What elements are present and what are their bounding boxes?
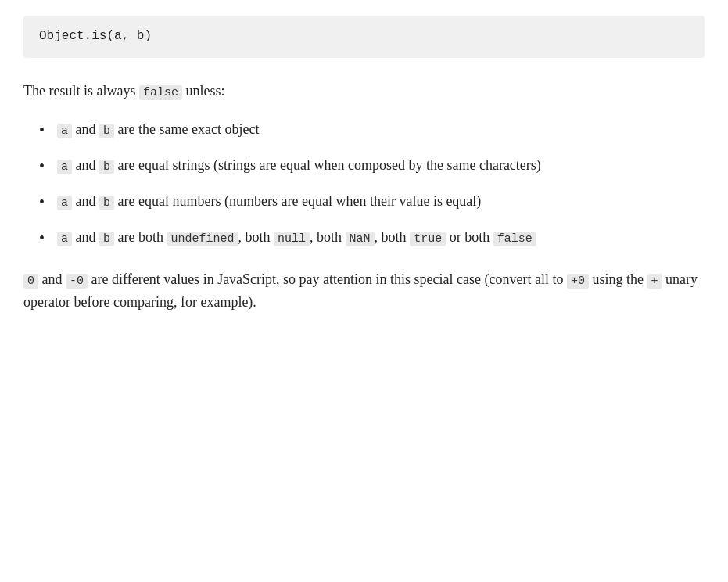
list-item: a and b are equal strings (strings are e…: [23, 154, 705, 178]
inline-text: are equal strings (strings are equal whe…: [114, 157, 541, 173]
inline-text: and: [38, 271, 66, 287]
inline-text: and: [72, 157, 99, 173]
inline-text: , both: [375, 229, 411, 245]
inline-code: null: [274, 232, 310, 246]
code-block: Object.is(a, b): [23, 16, 705, 58]
inline-text: and: [72, 229, 99, 245]
inline-code: a: [57, 232, 72, 246]
list-item-content: a and b are equal numbers (numbers are e…: [57, 190, 705, 213]
list-item: a and b are equal numbers (numbers are e…: [23, 190, 705, 214]
list-item-content: a and b are the same exact object: [57, 118, 705, 141]
code-text: Object.is(a, b): [39, 29, 152, 43]
inline-code: +: [647, 274, 662, 289]
inline-code: a: [57, 160, 72, 174]
inline-code: -0: [66, 274, 88, 289]
inline-text: , both: [238, 229, 274, 245]
inline-code: b: [99, 124, 114, 138]
inline-code: a: [57, 196, 72, 210]
inline-code: b: [99, 160, 114, 174]
bottom-note: 0 and -0 are different values in JavaScr…: [23, 268, 705, 314]
inline-code: +0: [567, 274, 589, 289]
list-item-content: a and b are both undefined, both null, b…: [57, 226, 705, 249]
inline-text: are the same exact object: [114, 121, 259, 137]
inline-code: b: [99, 196, 114, 210]
list-item-content: a and b are equal strings (strings are e…: [57, 154, 705, 177]
inline-code: false: [493, 232, 536, 246]
inline-text: , both: [310, 229, 346, 245]
intro-paragraph: The result is always false unless:: [23, 80, 705, 102]
inline-code: 0: [23, 274, 38, 289]
inline-code: true: [410, 232, 446, 246]
bullet-list: a and b are the same exact objecta and b…: [23, 118, 705, 250]
list-item: a and b are both undefined, both null, b…: [23, 226, 705, 250]
inline-code: b: [99, 232, 114, 246]
inline-code: undefined: [167, 232, 238, 246]
inline-text: or both: [446, 229, 493, 245]
inline-text: are different values in JavaScript, so p…: [88, 271, 567, 287]
inline-text: using the: [589, 271, 647, 287]
inline-code: NaN: [346, 232, 375, 246]
intro-text-after: unless:: [182, 83, 225, 99]
intro-text-before: The result is always: [23, 83, 139, 99]
inline-text: and: [72, 193, 99, 209]
inline-code: a: [57, 124, 72, 138]
inline-text: are equal numbers (numbers are equal whe…: [114, 193, 481, 209]
list-item: a and b are the same exact object: [23, 118, 705, 142]
inline-text: and: [72, 121, 99, 137]
intro-code-false: false: [139, 85, 182, 100]
inline-text: are both: [114, 229, 167, 245]
